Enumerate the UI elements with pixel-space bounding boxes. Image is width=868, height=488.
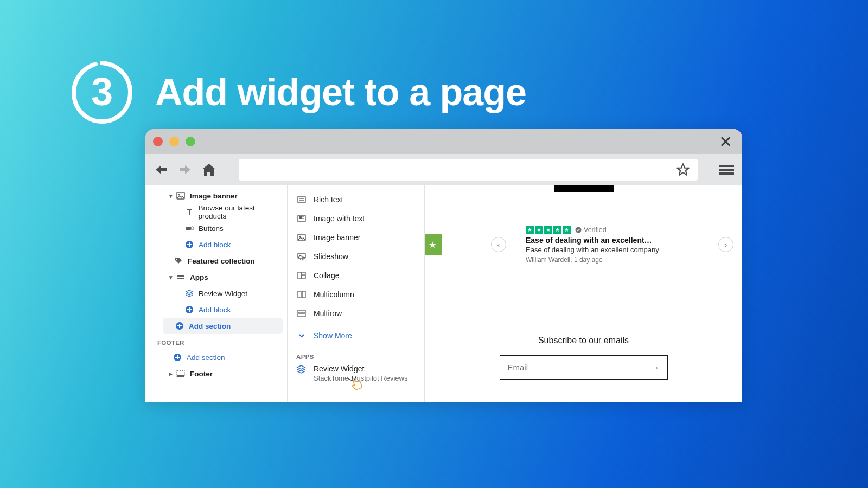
svg-rect-7 — [186, 227, 191, 230]
picker-show-more[interactable]: Show More — [288, 326, 424, 345]
tree-item-footer[interactable]: ▸ Footer — [145, 365, 287, 382]
tag-icon — [174, 256, 183, 266]
minimize-button[interactable] — [169, 137, 179, 146]
svg-point-29 — [300, 259, 301, 260]
tree-item-buttons[interactable]: Buttons — [145, 220, 287, 236]
picker-multicolumn[interactable]: Multicolumn — [288, 285, 424, 304]
richtext-icon — [296, 194, 307, 205]
stack-icon — [296, 364, 307, 375]
submit-arrow-icon[interactable]: → — [652, 363, 660, 372]
svg-rect-22 — [299, 216, 302, 219]
picker-label: Collage — [314, 271, 339, 280]
add-block-button[interactable]: Add block — [145, 301, 287, 318]
svg-rect-3 — [719, 172, 734, 175]
menu-icon[interactable] — [717, 160, 736, 179]
svg-rect-1 — [719, 165, 734, 167]
multicolumn-icon — [296, 289, 307, 300]
svg-point-26 — [299, 235, 301, 237]
apps-icon — [176, 272, 186, 282]
tree-label: Image banner — [190, 192, 238, 200]
tree-label: Featured collection — [188, 257, 255, 265]
close-icon[interactable]: ✕ — [719, 132, 732, 151]
svg-rect-37 — [298, 314, 305, 317]
caret-down-icon: ▾ — [167, 192, 175, 200]
svg-line-38 — [348, 378, 353, 382]
slideshow-icon — [296, 251, 307, 262]
forward-button[interactable] — [176, 160, 194, 179]
verified-badge: Verified — [575, 226, 607, 234]
tree-label: Review Widget — [199, 290, 247, 298]
picker-slideshow[interactable]: Slideshow — [288, 247, 424, 266]
svg-rect-32 — [302, 272, 305, 275]
subscribe-heading: Subscribe to our emails — [425, 336, 742, 345]
picker-multirow[interactable]: Multirow — [288, 304, 424, 323]
carousel-next-button[interactable]: › — [718, 237, 733, 252]
svg-text:3: 3 — [91, 70, 113, 113]
tree-item-featured-collection[interactable]: Featured collection — [145, 253, 287, 269]
close-button[interactable] — [153, 137, 163, 146]
tree-item-image-banner[interactable]: ▾ Image banner — [145, 188, 287, 204]
tree-label: Footer — [190, 370, 213, 378]
review-title: Ease of dealing with an excellent… — [526, 236, 718, 245]
picker-collage[interactable]: Collage — [288, 266, 424, 285]
home-button[interactable] — [200, 160, 218, 179]
svg-rect-4 — [177, 192, 184, 199]
bookmark-star-icon[interactable] — [675, 162, 691, 178]
address-bar[interactable] — [239, 159, 698, 181]
page-title: Add widget to a page — [155, 70, 526, 114]
svg-text:T: T — [187, 208, 192, 216]
tree-label: Add section — [187, 354, 225, 362]
picker-label: Rich text — [314, 195, 343, 204]
picker-label: Image with text — [314, 214, 365, 223]
picker-image-with-text[interactable]: Image with text — [288, 209, 424, 228]
tree-label: Apps — [190, 273, 208, 281]
window-chrome: ✕ — [145, 129, 742, 154]
back-button[interactable] — [152, 160, 170, 179]
theme-sidebar: ▾ Image banner T Browse our latest produ… — [145, 185, 288, 402]
tree-label: Add block — [199, 306, 231, 314]
button-icon — [184, 223, 194, 233]
svg-line-40 — [353, 376, 358, 380]
plus-circle-icon — [184, 305, 194, 314]
email-input[interactable]: Email → — [500, 355, 668, 380]
svg-line-39 — [352, 376, 353, 380]
tree-item-review-widget[interactable]: Review Widget — [145, 285, 287, 301]
svg-rect-35 — [302, 291, 305, 298]
apps-heading: APPS — [288, 345, 424, 363]
preview-pane: ★ ‹ ★★★★★ Verified Ease of dealing with … — [425, 185, 742, 402]
svg-rect-34 — [298, 291, 301, 298]
carousel-prev-button[interactable]: ‹ — [491, 237, 506, 252]
stack-icon — [184, 288, 194, 298]
image-icon — [176, 191, 186, 201]
svg-point-30 — [302, 259, 303, 260]
footer-heading: FOOTER — [145, 334, 287, 349]
svg-rect-33 — [302, 275, 305, 279]
step-badge: 3 — [69, 60, 135, 125]
tree-label: Browse our latest products — [199, 204, 283, 220]
svg-rect-36 — [298, 310, 305, 313]
picker-rich-text[interactable]: Rich text — [288, 190, 424, 209]
tree-label: Add section — [189, 322, 231, 330]
add-section-footer-button[interactable]: Add section — [145, 349, 287, 365]
picker-label: Slideshow — [314, 252, 348, 261]
section-picker: Rich text Image with text Image banner S… — [288, 185, 425, 402]
review-carousel: ★ ‹ ★★★★★ Verified Ease of dealing with … — [425, 226, 742, 264]
preview-logo-placeholder — [554, 185, 614, 192]
tree-item-apps[interactable]: ▾ Apps — [145, 269, 287, 285]
browser-toolbar — [145, 154, 742, 185]
footer-icon — [176, 369, 186, 378]
add-block-button[interactable]: Add block — [145, 236, 287, 253]
svg-rect-2 — [719, 169, 734, 171]
rating-stars: ★★★★★ — [526, 226, 571, 234]
zoom-button[interactable] — [186, 137, 195, 146]
add-section-button[interactable]: Add section — [163, 318, 283, 334]
editor-content: ▾ Image banner T Browse our latest produ… — [145, 185, 742, 402]
image-text-icon — [296, 213, 307, 224]
tree-item-browse-products[interactable]: T Browse our latest products — [145, 204, 287, 220]
trustpilot-star-icon: ★ — [425, 234, 442, 255]
svg-point-10 — [176, 259, 177, 260]
picker-image-banner[interactable]: Image banner — [288, 228, 424, 247]
browser-window: ✕ ▾ Image banner T — [145, 129, 742, 402]
tutorial-header: 3 Add widget to a page — [69, 60, 526, 125]
picker-label: Multicolumn — [314, 290, 354, 299]
